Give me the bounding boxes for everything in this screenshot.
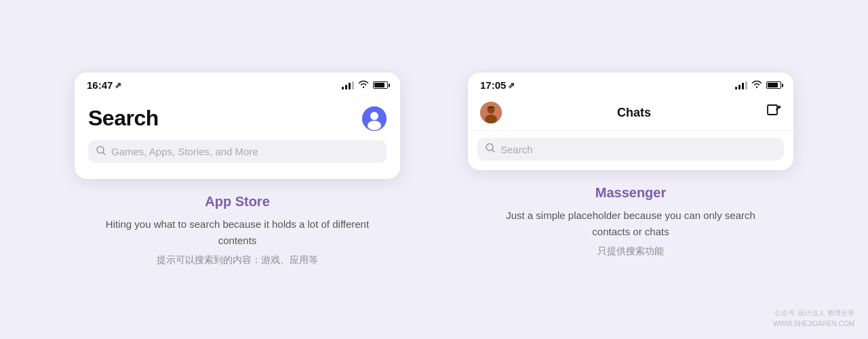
appstore-content: Search [75,95,400,179]
signal-icon-left [342,81,354,89]
messenger-search-area: Search [468,131,793,170]
svg-point-1 [370,112,378,120]
time-text-left: 16:47 [87,79,113,91]
main-container: 16:47 ⇗ [0,52,868,287]
location-arrow-right: ⇗ [508,81,515,90]
wifi-icon-right [751,80,762,90]
left-column: 16:47 ⇗ [61,73,414,266]
messenger-nav-title: Chats [617,106,651,120]
appstore-header: Search [88,106,387,131]
messenger-card: 17:05 ⇗ [468,73,793,170]
messenger-desc: Just a simple placeholder because you ca… [495,207,766,240]
wifi-icon-left [358,80,369,90]
battery-icon-right [766,81,781,89]
status-time-right: 17:05 ⇗ [480,79,515,91]
status-bar-right: 17:05 ⇗ [468,73,793,95]
svg-point-2 [368,121,381,130]
search-icon-right [486,143,495,155]
messenger-avatar[interactable] [480,102,502,123]
messenger-desc-cn: 只提供搜索功能 [597,245,664,258]
messenger-label: Massenger [595,185,667,201]
svg-line-11 [492,150,494,152]
time-text-right: 17:05 [480,79,506,91]
appstore-card: 16:47 ⇗ [75,73,400,179]
appstore-title: Search [88,106,159,131]
messenger-search-placeholder: Search [500,144,533,155]
battery-icon-left [373,81,388,89]
messenger-search-bar[interactable]: Search [477,138,784,161]
watermark: 公众号: 设计达人 整理分享 WWW.SHEJIDARÈN.COM [773,308,854,330]
search-icon-left [96,146,106,157]
status-time-left: 16:47 ⇗ [87,79,121,91]
appstore-desc-cn: 提示可以搜索到的内容：游戏、应用等 [157,254,318,266]
watermark-line1: 公众号: 设计达人 整理分享 [773,308,854,319]
status-bar-left: 16:47 ⇗ [75,73,400,95]
signal-icon-right [735,81,747,89]
messenger-nav: Chats [468,95,793,131]
user-avatar-icon[interactable] [362,106,387,131]
appstore-search-bar[interactable]: Games, Apps, Stories, and More [88,140,387,163]
status-icons-right [735,80,781,90]
watermark-line2: WWW.SHEJIDARÈN.COM [773,319,854,330]
appstore-desc: Hiting you what to search because it hol… [102,216,373,249]
svg-rect-8 [768,105,777,115]
right-column: 17:05 ⇗ [454,73,807,258]
appstore-search-placeholder: Games, Apps, Stories, and More [111,146,258,157]
appstore-label: App Store [205,194,270,210]
svg-line-4 [103,153,105,155]
location-arrow-left: ⇗ [115,81,121,90]
compose-icon[interactable] [766,104,781,122]
status-icons-left [342,80,388,90]
